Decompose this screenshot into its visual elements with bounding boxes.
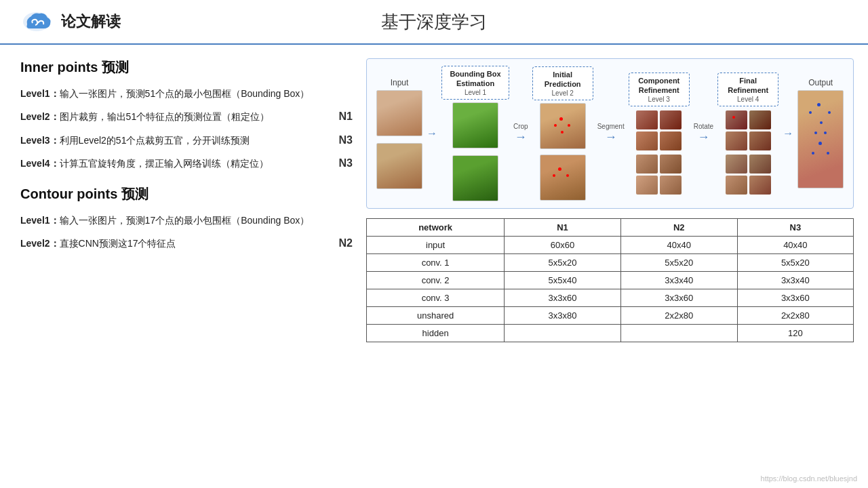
table-cell — [505, 324, 621, 342]
face-ip-1 — [540, 103, 586, 149]
arrow-1: → — [427, 127, 437, 140]
bb-section: Bounding BoxEstimation Level 1 — [441, 66, 509, 201]
table-row: conv. 33x3x603x3x603x3x60 — [367, 289, 854, 306]
table-cell: 5x5x20 — [620, 253, 737, 271]
cr-faces — [636, 110, 682, 150]
table-header-row: network N1 N2 N3 — [367, 218, 854, 236]
inner-level3-item: Level3：利用Level2的51个点裁剪五官，分开训练预测 N3 — [20, 133, 353, 148]
input-faces — [376, 90, 422, 189]
header-title-center: 基于深度学习 — [381, 10, 487, 34]
table-container: network N1 N2 N3 input60x6040x4040x40con… — [366, 218, 854, 342]
dot-3 — [568, 124, 570, 127]
table-cell: hidden — [367, 324, 505, 342]
inner-level1-item: Level1：输入一张图片，预测51个点的最小包围框（Bounding Box） — [20, 86, 353, 101]
cr-mouth2 — [660, 176, 682, 195]
cr-box: ComponentRefinement Level 3 — [629, 73, 690, 106]
diagram-area: Input → Bounding BoxEstimation Level 1 — [366, 58, 854, 209]
face-green-2 — [452, 155, 498, 201]
ip-level: Level 2 — [538, 89, 587, 97]
inner-level4-item: Level4：计算五官旋转角度，摆正输入网络训练（精定位） N3 — [20, 156, 353, 171]
rotate-arrow-icon: → — [697, 130, 709, 144]
rotate-arrow: Rotate → — [694, 123, 713, 144]
table-cell: input — [367, 236, 505, 253]
inner-level4-text: Level4：计算五官旋转角度，摆正输入网络训练（精定位） — [20, 156, 332, 171]
fr-faces2 — [726, 155, 771, 195]
segment-arrow-icon: → — [605, 130, 617, 144]
table-cell: 5x5x20 — [505, 253, 621, 271]
table-row: hidden120 — [367, 324, 854, 342]
segment-arrow: Segment → — [597, 123, 625, 144]
segment-label: Segment — [597, 123, 625, 130]
cr-faces2 — [636, 155, 682, 195]
contour-level1-label: Level1： — [20, 215, 60, 226]
table-cell: unshared — [367, 306, 505, 324]
cr-section: ComponentRefinement Level 3 — [629, 73, 690, 195]
fr-nose2 — [726, 176, 747, 195]
inner-level3-badge: N3 — [339, 133, 353, 146]
logo-area: 论文解读 — [20, 8, 121, 35]
arrow-final: → — [783, 127, 793, 140]
table-cell: 3x3x80 — [505, 306, 621, 324]
table-cell: 60x60 — [505, 236, 621, 253]
cr-nose2 — [636, 176, 658, 195]
bb-box: Bounding BoxEstimation Level 1 — [441, 66, 509, 100]
diagram-flow-row: Input → Bounding BoxEstimation Level 1 — [376, 66, 844, 201]
bb-level: Level 1 — [448, 89, 503, 96]
face-input-2 — [376, 143, 422, 189]
crop-label: Crop — [513, 123, 528, 130]
inner-level3-text: Level3：利用Level2的51个点裁剪五官，分开训练预测 — [20, 133, 332, 148]
bb-faces — [452, 102, 498, 201]
fr-title: FinalRefinement — [724, 76, 772, 96]
ip-title: InitialPrediction — [538, 70, 587, 89]
fr-box: FinalRefinement Level 4 — [717, 73, 778, 106]
table-cell: 40x40 — [620, 236, 737, 253]
contour-level2-badge: N2 — [339, 236, 353, 249]
table-row: unshared3x3x802x2x802x2x80 — [367, 306, 854, 324]
face-output — [797, 90, 844, 188]
dot-6 — [553, 174, 555, 177]
table-cell: 5x5x20 — [737, 253, 854, 271]
contour-level1-item: Level1：输入一张图片，预测17个点的最小包围框（Bounding Box） — [20, 213, 353, 228]
inner-level2-badge: N1 — [339, 109, 353, 123]
contour-section: Contour points 预测 Level1：输入一张图片，预测17个点的最… — [20, 185, 353, 251]
ip-box: InitialPrediction Level 2 — [532, 66, 593, 100]
header-title-left: 论文解读 — [61, 12, 121, 32]
face-ip-2 — [540, 155, 586, 201]
network-table: network N1 N2 N3 input60x6040x4040x40con… — [366, 218, 854, 342]
inner-level4-label: Level4： — [20, 158, 60, 169]
inner-level3-label: Level3： — [20, 135, 60, 146]
inner-level1-text: Level1：输入一张图片，预测51个点的最小包围框（Bounding Box） — [20, 86, 346, 101]
left-panel: Inner points 预测 Level1：输入一张图片，预测51个点的最小包… — [20, 58, 353, 479]
table-row: input60x6040x4040x40 — [367, 236, 854, 253]
inner-level1-label: Level1： — [20, 88, 60, 99]
cr-eye-3 — [636, 155, 658, 174]
inner-section-title: Inner points 预测 — [20, 58, 353, 77]
cr-eye-4 — [660, 155, 682, 174]
fr-eye-4 — [749, 155, 771, 174]
crop-arrow-icon: → — [515, 130, 527, 144]
output-section: Output — [797, 78, 844, 188]
cr-nose — [636, 131, 658, 150]
table-cell: 120 — [737, 324, 854, 342]
table-cell: 3x3x60 — [737, 289, 854, 306]
cr-eye-2 — [660, 110, 682, 129]
cr-title: ComponentRefinement — [635, 76, 684, 96]
cr-mouth — [660, 131, 682, 150]
dot-1 — [559, 117, 563, 121]
table-cell: conv. 3 — [367, 289, 505, 306]
fr-section: FinalRefinement Level 4 — [717, 73, 778, 195]
main-content: Inner points 预测 Level1：输入一张图片，预测51个点的最小包… — [0, 45, 868, 485]
contour-level1-text: Level1：输入一张图片，预测17个点的最小包围框（Bounding Box） — [20, 213, 346, 228]
table-cell: 3x3x60 — [505, 289, 621, 306]
inner-level2-label: Level2： — [20, 111, 60, 122]
col-n2: N2 — [620, 218, 737, 236]
input-label: Input — [391, 78, 409, 87]
dot-5 — [558, 167, 561, 171]
contour-level2-label: Level2： — [20, 238, 60, 249]
col-n1: N1 — [505, 218, 621, 236]
col-network: network — [367, 218, 505, 236]
fr-eye-1 — [726, 110, 747, 129]
fr-eye-2 — [749, 110, 771, 129]
table-cell — [620, 324, 737, 342]
inner-level2-item: Level2：图片裁剪，输出51个特征点的预测位置（粗定位） N1 — [20, 109, 353, 124]
